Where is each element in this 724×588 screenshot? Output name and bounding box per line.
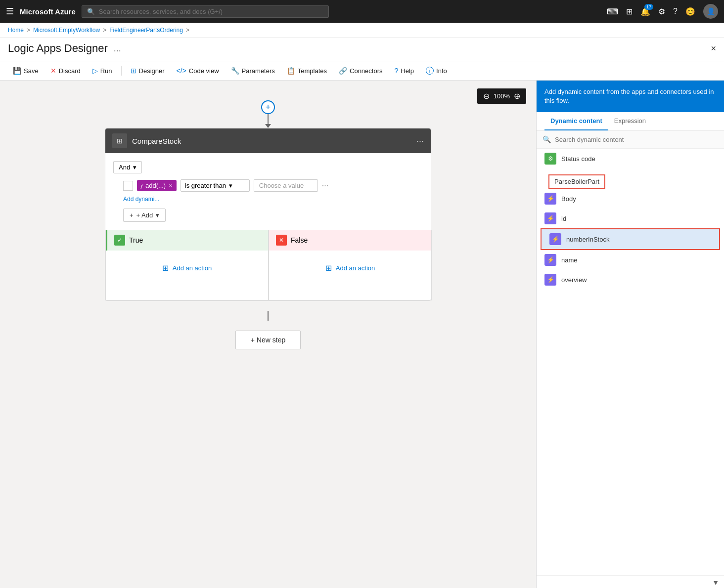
arrow-1 [265, 124, 271, 128]
condition-body: And ▾ 𝑓 add(...) × is greater than ▾ [105, 153, 431, 230]
add-condition-button[interactable]: + + Add ▾ [123, 209, 166, 222]
dynamic-panel-tabs: Dynamic content Expression [537, 112, 724, 130]
condition-checkbox[interactable] [123, 181, 133, 191]
main-area: ⊖ 100% ⊕ + ⊞ CompareStock ··· [0, 81, 724, 588]
info-button[interactable]: i Info [421, 64, 452, 77]
zoom-controls: ⊖ 100% ⊕ [477, 88, 526, 104]
breadcrumb-home[interactable]: Home [8, 27, 24, 34]
templates-button[interactable]: 📋 Templates [282, 64, 332, 77]
code-view-icon: </> [177, 67, 186, 75]
workflow-canvas: + ⊞ CompareStock ··· And ▾ [10, 90, 526, 486]
status-code-icon: ⚙ [544, 153, 556, 165]
zoom-level: 100% [494, 92, 510, 100]
tab-expression[interactable]: Expression [608, 112, 652, 130]
condition-title: CompareStock [132, 137, 411, 145]
condition-more-button[interactable]: ··· [416, 136, 424, 146]
breadcrumb-ordering[interactable]: FieldEngineerPartsOrdering [109, 27, 183, 34]
nav-icons: ⌨ ⊞ 🔔 17 ⚙ ? 😊 👤 [607, 4, 718, 19]
zoom-out-button[interactable]: ⊖ [483, 91, 490, 101]
save-icon: 💾 [13, 67, 21, 75]
settings-icon[interactable]: ⚙ [658, 7, 665, 16]
page-close-button[interactable]: × [711, 43, 716, 54]
notification-icon[interactable]: 🔔 17 [640, 7, 650, 16]
status-code-label: Status code [561, 155, 595, 163]
avatar[interactable]: 👤 [703, 4, 718, 19]
add-action-false-button[interactable]: ⊞ Add an action [319, 260, 381, 276]
number-in-stock-label: numberInStock [566, 236, 609, 243]
discard-button[interactable]: ✕ Discard [45, 64, 86, 77]
search-input[interactable] [99, 8, 323, 15]
true-label: True [129, 236, 143, 244]
chevron-down-icon: ▾ [133, 164, 136, 171]
save-button[interactable]: 💾 Save [8, 64, 44, 77]
add-action-false-icon: ⊞ [325, 263, 332, 273]
true-branch-header: ✓ True [106, 230, 268, 251]
false-icon: ✕ [276, 235, 287, 246]
and-dropdown[interactable]: And ▾ [113, 161, 142, 173]
designer-button[interactable]: ⊞ Designer [126, 64, 170, 77]
dynamic-item-body[interactable]: ⚡ Body [537, 189, 724, 209]
value-input[interactable]: Choose a value [254, 179, 318, 192]
dynamic-item-name[interactable]: ⚡ name [537, 250, 724, 270]
page-header: Logic Apps Designer ... × [0, 38, 724, 61]
feedback-icon[interactable]: 😊 [685, 7, 695, 16]
breadcrumb: Home > Microsoft.EmptyWorkflow > FieldEn… [0, 23, 724, 38]
operator-dropdown[interactable]: is greater than ▾ [181, 179, 250, 192]
dynamic-item-id[interactable]: ⚡ id [537, 209, 724, 228]
top-navigation: ☰ Microsoft Azure 🔍 ⌨ ⊞ 🔔 17 ⚙ ? 😊 👤 [0, 0, 724, 23]
name-icon: ⚡ [544, 254, 556, 266]
run-button[interactable]: ▷ Run [88, 64, 117, 77]
overview-icon: ⚡ [544, 274, 556, 286]
dynamic-item-status-code[interactable]: ⚙ Status code [537, 149, 724, 168]
dynamic-item-number-in-stock[interactable]: ⚡ numberInStock [541, 228, 720, 250]
code-view-button[interactable]: </> Code view [172, 64, 224, 77]
false-branch: ✕ False ⊞ Add an action [269, 230, 432, 300]
func-remove-button[interactable]: × [169, 182, 173, 189]
help-toolbar-button[interactable]: ? Help [390, 64, 419, 77]
add-action-true-button[interactable]: ⊞ Add an action [156, 260, 218, 276]
notification-badge: 17 [644, 4, 653, 10]
grid-icon[interactable]: ⊞ [626, 7, 633, 16]
toolbar: 💾 Save ✕ Discard ▷ Run ⊞ Designer </> Co… [0, 61, 724, 81]
canvas[interactable]: ⊖ 100% ⊕ + ⊞ CompareStock ··· [0, 81, 536, 588]
hamburger-icon[interactable]: ☰ [6, 6, 14, 17]
dynamic-search-icon: 🔍 [543, 135, 551, 143]
condition-card: ⊞ CompareStock ··· And ▾ 𝑓 add(...) [105, 128, 431, 301]
dynamic-item-overview[interactable]: ⚡ overview [537, 270, 724, 290]
connectors-button[interactable]: 🔗 Connectors [334, 64, 387, 77]
func-icon: 𝑓 [141, 182, 142, 189]
body-icon: ⚡ [544, 193, 556, 205]
func-pill[interactable]: 𝑓 add(...) × [137, 180, 177, 191]
parse-boiler-part-section: ParseBoilerPart [537, 168, 724, 189]
new-step-button[interactable]: + New step [235, 331, 301, 349]
condition-row: 𝑓 add(...) × is greater than ▾ Choose a … [113, 179, 423, 192]
dynamic-content-panel: Add dynamic content from the apps and co… [536, 81, 724, 588]
false-branch-body: ⊞ Add an action [269, 251, 431, 300]
info-icon: i [426, 67, 434, 75]
add-step-top-button[interactable]: + [261, 100, 275, 114]
operator-chevron-icon: ▾ [229, 182, 232, 189]
global-search[interactable]: 🔍 [82, 5, 329, 18]
condition-header: ⊞ CompareStock ··· [105, 128, 431, 153]
parameters-button[interactable]: 🔧 Parameters [226, 64, 280, 77]
dynamic-search[interactable]: 🔍 [537, 130, 724, 149]
panel-scroll-down[interactable]: ▼ [537, 575, 724, 588]
body-label: Body [561, 195, 576, 203]
tab-dynamic-content[interactable]: Dynamic content [544, 112, 608, 130]
run-icon: ▷ [92, 67, 98, 75]
terminal-icon[interactable]: ⌨ [607, 7, 618, 16]
page-title: Logic Apps Designer [8, 42, 108, 55]
parameters-icon: 🔧 [231, 67, 239, 75]
search-icon: 🔍 [87, 8, 95, 15]
condition-header-icon: ⊞ [112, 133, 127, 148]
breadcrumb-workflow[interactable]: Microsoft.EmptyWorkflow [33, 27, 100, 34]
help-icon[interactable]: ? [673, 7, 678, 16]
dynamic-search-input[interactable] [555, 136, 718, 143]
value-more-button[interactable]: ··· [322, 181, 328, 190]
add-dynamic-link[interactable]: Add dynami... [113, 196, 423, 203]
connector-line-1 [268, 114, 269, 124]
overview-label: overview [561, 276, 587, 284]
zoom-in-button[interactable]: ⊕ [514, 91, 520, 101]
page-more-button[interactable]: ... [114, 43, 121, 54]
toolbar-separator [121, 66, 122, 76]
